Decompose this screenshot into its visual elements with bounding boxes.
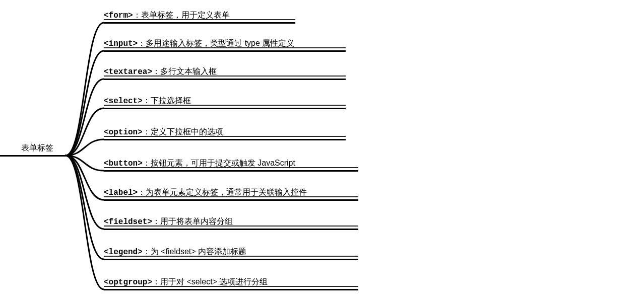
branch-underline xyxy=(104,199,358,201)
connector-path xyxy=(66,156,104,259)
branch-node: <button>：按钮元素，可用于提交或触发 JavaScript xyxy=(104,158,295,169)
branch-node: <select>：下拉选择框 xyxy=(104,96,191,106)
branch-node: <legend>：为 <fieldset> 内容添加标题 xyxy=(104,247,246,257)
branch-description: ：下拉选择框 xyxy=(143,96,191,105)
branch-underline xyxy=(104,50,346,52)
branch-underline xyxy=(104,229,358,230)
branch-node: <form>：表单标签，用于定义表单 xyxy=(104,10,230,21)
branch-underline xyxy=(104,170,358,172)
branch-description: ：用于对 <select> 选项进行分组 xyxy=(152,277,268,286)
branch-node: <input>：多用途输入标签，类型通过 type 属性定义 xyxy=(104,38,294,49)
branch-description: ：按钮元素，可用于提交或触发 JavaScript xyxy=(143,159,295,167)
branch-node: <option>：定义下拉框中的选项 xyxy=(104,127,223,137)
branch-node: <textarea>：多行文本输入框 xyxy=(104,66,217,77)
branch-node: <optgroup>：用于对 <select> 选项进行分组 xyxy=(104,277,268,287)
connector-path xyxy=(66,23,104,156)
branch-description: ：表单标签，用于定义表单 xyxy=(133,11,230,19)
branch-underline xyxy=(104,108,346,109)
branch-underline xyxy=(104,289,358,290)
branch-underline xyxy=(104,79,346,80)
branch-description: ：为 <fieldset> 内容添加标题 xyxy=(143,247,246,256)
root-node-label: 表单标签 xyxy=(21,143,53,154)
branch-node: <label>：为表单元素定义标签，通常用于关联输入控件 xyxy=(104,187,307,198)
mindmap-connectors xyxy=(65,0,110,301)
branch-description: ：用于将表单内容分组 xyxy=(152,217,233,225)
branch-description: ：定义下拉框中的选项 xyxy=(143,127,223,136)
branch-underline xyxy=(104,139,346,140)
branch-underline xyxy=(104,22,295,24)
connector-path xyxy=(66,156,104,289)
branch-description: ：为表单元素定义标签，通常用于关联输入控件 xyxy=(138,188,307,196)
branch-description: ：多用途输入标签，类型通过 type 属性定义 xyxy=(138,39,294,47)
branch-description: ：多行文本输入框 xyxy=(152,67,217,76)
branch-node: <fieldset>：用于将表单内容分组 xyxy=(104,216,233,227)
root-underline xyxy=(0,155,66,157)
branch-underline xyxy=(104,259,358,260)
